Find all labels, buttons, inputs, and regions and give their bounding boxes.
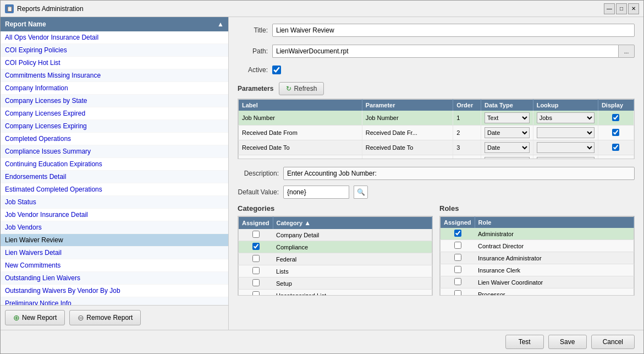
description-input[interactable] <box>283 167 635 180</box>
remove-report-icon: ⊖ <box>78 313 84 322</box>
active-checkbox[interactable] <box>272 66 281 74</box>
report-list-item[interactable]: COI Expiring Policies <box>1 44 228 57</box>
left-footer: ⊕ New Report ⊖ Remove Report <box>1 305 228 330</box>
browse-button[interactable]: ... <box>618 45 635 58</box>
param-lookup-select[interactable]: Jobs <box>537 112 595 123</box>
remove-report-button[interactable]: ⊖ Remove Report <box>69 310 141 325</box>
report-list-item[interactable]: Job Vendor Insurance Detail <box>1 209 228 221</box>
role-assigned-checkbox[interactable] <box>454 242 461 249</box>
report-list-item[interactable]: Company Licenses by State <box>1 95 228 107</box>
report-list-item[interactable]: New Commitments <box>1 259 228 272</box>
params-table-row: Received Date ToReceived Date To3Date <box>239 140 634 155</box>
report-list-item[interactable]: All Ops Vendor Insurance Detail <box>1 31 228 44</box>
report-list-item[interactable]: Lien Waiver Review <box>1 234 228 247</box>
role-assigned-cell <box>441 240 475 252</box>
report-list-item[interactable]: Lien Waivers Detail <box>1 247 228 259</box>
new-report-label: New Report <box>22 314 57 322</box>
report-list-item[interactable]: Job Status <box>1 196 228 209</box>
category-label-cell: Federal <box>273 253 432 265</box>
param-lookup-select[interactable] <box>537 127 595 138</box>
report-list-item[interactable]: COI Policy Hot List <box>1 57 228 69</box>
role-label-cell: Lien Waiver Coordinator <box>475 276 634 288</box>
param-lookup-cell <box>533 126 598 140</box>
refresh-button[interactable]: ↻ Refresh <box>279 82 324 95</box>
report-list-item[interactable]: Compliance Issues Summary <box>1 145 228 158</box>
role-assigned-cell <box>441 288 475 296</box>
report-list-item[interactable]: Company Licenses Expiring <box>1 120 228 133</box>
role-assigned-checkbox[interactable] <box>454 254 461 261</box>
category-label-cell: Lists <box>273 265 432 277</box>
report-list-item[interactable]: Commitments Missing Insurance <box>1 69 228 82</box>
report-list-item[interactable]: Endorsements Detail <box>1 171 228 183</box>
role-table-row: Lien Waiver Coordinator <box>441 276 634 288</box>
role-table-row: Processor <box>441 288 634 296</box>
param-display-checkbox[interactable] <box>612 144 619 151</box>
footer: Test Save Cancel <box>1 330 643 353</box>
param-parameter-cell: Received Date To <box>362 140 453 155</box>
role-assigned-checkbox[interactable] <box>454 230 461 237</box>
report-list-item[interactable]: Outstanding Lien Waivers <box>1 272 228 285</box>
category-assigned-cell <box>239 253 273 265</box>
cancel-button[interactable]: Cancel <box>591 335 635 349</box>
role-assigned-checkbox[interactable] <box>454 266 461 273</box>
report-list-item[interactable]: Company Licenses Expired <box>1 107 228 120</box>
report-list-item[interactable]: Job Vendors <box>1 221 228 234</box>
titlebar-controls: — □ ✕ <box>604 3 639 14</box>
active-label: Active: <box>238 66 268 74</box>
app-icon: 📋 <box>5 4 14 13</box>
category-assigned-checkbox[interactable] <box>252 291 260 296</box>
param-display-checkbox[interactable] <box>612 114 619 121</box>
close-button[interactable]: ✕ <box>628 3 639 14</box>
param-datatype-select[interactable]: Date <box>485 127 530 138</box>
role-assigned-cell <box>441 276 475 288</box>
param-datatype-select[interactable]: Text <box>485 112 530 123</box>
category-assigned-checkbox[interactable] <box>252 255 260 262</box>
default-search-button[interactable]: 🔍 <box>354 186 368 199</box>
path-input[interactable] <box>272 45 618 58</box>
params-col-order: Order <box>453 100 481 111</box>
role-assigned-checkbox[interactable] <box>454 278 461 285</box>
report-list-item[interactable]: Continuing Education Expirations <box>1 158 228 171</box>
categories-title: Categories <box>238 204 433 213</box>
default-value-input[interactable] <box>283 186 349 199</box>
category-label-cell: Setup <box>273 277 432 290</box>
category-assigned-cell <box>239 229 273 241</box>
category-assigned-checkbox[interactable] <box>252 231 260 238</box>
param-lookup-select[interactable] <box>537 142 595 153</box>
refresh-label: Refresh <box>294 85 317 92</box>
save-button[interactable]: Save <box>548 335 587 349</box>
param-lookup-cell: <none> <box>533 155 598 160</box>
report-list-item[interactable]: Company Information <box>1 82 228 95</box>
category-assigned-checkbox[interactable] <box>252 279 260 286</box>
role-table-row: Insurance Administrator <box>441 252 634 264</box>
report-list-item[interactable]: Estimated Completed Operations <box>1 183 228 196</box>
role-label-cell: Insurance Administrator <box>475 252 634 264</box>
report-list-item[interactable]: Outstanding Waivers By Vendor By Job <box>1 285 228 297</box>
param-display-cell <box>598 111 634 126</box>
report-list-item[interactable]: Preliminary Notice Info <box>1 297 228 305</box>
test-button[interactable]: Test <box>505 335 544 349</box>
parameters-section: Parameters ↻ Refresh Label Parameter Ord… <box>238 82 635 159</box>
param-datatype-select[interactable]: Date <box>485 142 530 153</box>
param-display-checkbox[interactable] <box>612 159 619 160</box>
param-label-cell: Received Date From <box>239 126 362 140</box>
report-list-item[interactable]: Completed Operations <box>1 133 228 145</box>
roles-header-row: Assigned Role <box>441 217 634 228</box>
maximize-button[interactable]: □ <box>616 3 627 14</box>
param-datatype-select[interactable]: Text <box>485 157 530 159</box>
category-assigned-checkbox[interactable] <box>252 243 260 250</box>
role-table-row: Insurance Clerk <box>441 264 634 276</box>
category-assigned-checkbox[interactable] <box>252 267 260 274</box>
new-report-button[interactable]: ⊕ New Report <box>5 310 65 325</box>
param-order-cell: 3 <box>453 140 481 155</box>
role-label-cell: Administrator <box>475 228 634 240</box>
param-lookup-select[interactable]: <none> <box>537 157 595 159</box>
category-assigned-cell <box>239 241 273 253</box>
param-display-checkbox[interactable] <box>612 129 619 136</box>
params-table-row: Job NumberJob Number1TextJobs <box>239 111 634 126</box>
title-input[interactable] <box>272 24 635 37</box>
role-assigned-checkbox[interactable] <box>454 290 461 296</box>
minimize-button[interactable]: — <box>604 3 615 14</box>
param-display-cell <box>598 155 634 160</box>
categories-panel: Categories Assigned Category ▲ Company D… <box>238 204 433 296</box>
